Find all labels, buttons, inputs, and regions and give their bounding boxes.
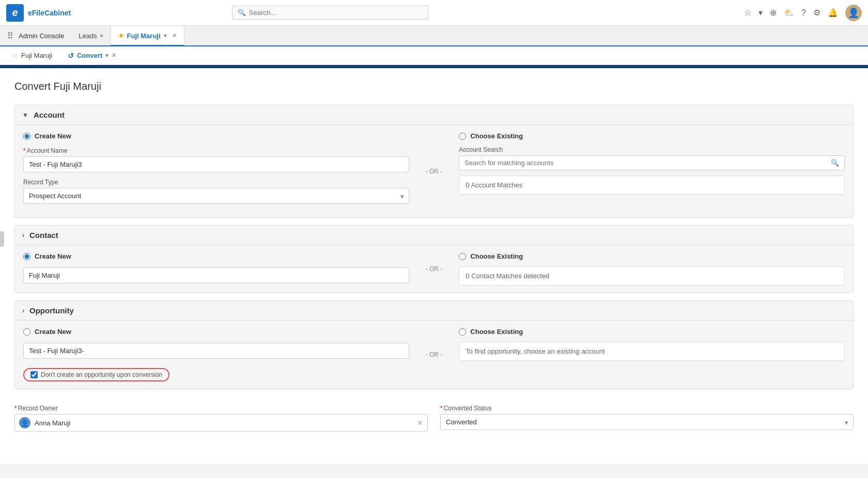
gear-nav-icon[interactable]: ⚙ [813, 8, 820, 18]
account-choose-existing-radio[interactable]: Choose Existing [459, 132, 845, 140]
account-create-new-radio[interactable]: Create New [23, 132, 409, 140]
tab-admin-console[interactable]: ⠿ Admin Console [0, 31, 71, 41]
contact-section-header[interactable]: › Contact [15, 226, 853, 245]
contact-create-new-radio[interactable]: Create New [23, 252, 409, 260]
global-search[interactable]: 🔍 [232, 6, 428, 20]
admin-console-label: Admin Console [19, 32, 64, 40]
main-content: Convert Fuji Maruji ▼ Account Create New… [0, 68, 868, 464]
account-section-body: Create New *Account Name Record Type Pro… [15, 125, 853, 217]
tab-close-icon[interactable]: ✕ [172, 33, 177, 39]
record-type-select-wrapper: Prospect Account ▾ [23, 188, 409, 204]
contact-section-body: Create New - OR - Choose Existing 0 Cont… [15, 245, 853, 293]
subtab-convert[interactable]: ↺ Convert ▾ ✕ [60, 46, 123, 65]
no-create-opportunity-wrapper[interactable]: Don't create an opportunity upon convers… [23, 368, 169, 381]
record-owner-label: *Record Owner [14, 405, 428, 412]
opportunity-section: › Opportunity Create New Don't create an… [14, 300, 854, 389]
contact-create-new-area: Create New [15, 245, 417, 293]
convert-icon: ↺ [68, 52, 74, 60]
tab-fuji-maruji[interactable]: ★ Fuji Maruji ▾ ✕ [111, 26, 184, 46]
contact-section: › Contact Create New - OR - Choose Exist… [14, 225, 854, 293]
leads-dropdown-icon[interactable]: ▾ [100, 33, 103, 39]
account-choose-radio-input[interactable] [459, 133, 466, 140]
opportunity-create-new-radio[interactable]: Create New [23, 328, 409, 336]
record-type-select[interactable]: Prospect Account [23, 188, 409, 204]
account-section-header[interactable]: ▼ Account [15, 105, 853, 125]
app-logo[interactable]: e [6, 4, 24, 22]
account-choose-existing-area: Choose Existing Account Search 🔍 0 Accou… [451, 125, 853, 217]
contact-chevron-icon: › [22, 232, 24, 239]
owner-clear-button[interactable]: ✕ [417, 419, 423, 427]
account-matches-text: 0 Account Matches [466, 181, 522, 189]
account-create-new-area: Create New *Account Name Record Type Pro… [15, 125, 417, 217]
convert-dropdown-icon[interactable]: ▾ [105, 52, 109, 59]
cloud-nav-icon[interactable]: ⛅ [784, 8, 794, 18]
contact-create-radio-input[interactable] [23, 253, 30, 260]
search-icon: 🔍 [238, 9, 246, 17]
active-tab-label: Fuji Maruji [127, 32, 161, 40]
record-owner-field: *Record Owner 👤 Anna Maruji ✕ [14, 405, 428, 432]
opportunity-section-body: Create New Don't create an opportunity u… [15, 321, 853, 389]
account-section: ▼ Account Create New *Account Name Recor… [14, 105, 854, 218]
convert-close-icon[interactable]: ✕ [112, 52, 116, 59]
opportunity-create-radio-input[interactable] [23, 328, 30, 336]
tab-leads[interactable]: Leads ▾ [71, 26, 111, 45]
contact-matches-box: 0 Contact Matches detected [459, 266, 845, 285]
tab-dropdown-icon[interactable]: ▾ [164, 33, 167, 39]
no-create-opportunity-checkbox[interactable] [30, 371, 38, 378]
opportunity-section-label: Opportunity [29, 306, 74, 315]
tab-star-icon: ★ [118, 32, 124, 39]
contact-choose-existing-label: Choose Existing [470, 252, 523, 260]
converted-status-select[interactable]: Converted Not Converted [440, 414, 854, 430]
contact-choose-radio-input[interactable] [459, 253, 466, 260]
opportunity-name-input[interactable] [23, 343, 409, 359]
no-create-opportunity-row: Don't create an opportunity upon convers… [23, 368, 409, 381]
account-name-field: *Account Name [23, 147, 409, 172]
account-section-label: Account [34, 110, 65, 119]
converted-status-select-wrapper: Converted Not Converted ▾ [440, 414, 854, 430]
no-create-opportunity-label: Don't create an opportunity upon convers… [41, 371, 162, 378]
owner-input-wrapper[interactable]: 👤 Anna Maruji ✕ [14, 414, 428, 432]
app-name: eFileCabinet [28, 9, 71, 17]
subtab-fuji-maruji[interactable]: ☆ Fuji Maruji [6, 46, 58, 65]
account-name-label: *Account Name [23, 147, 409, 154]
owner-avatar: 👤 [19, 417, 30, 428]
leads-tab-label: Leads [79, 32, 97, 40]
contact-choose-existing-radio[interactable]: Choose Existing [459, 252, 845, 260]
nav-icons: ☆ ▾ ⊕ ⛅ ? ⚙ 🔔 👤 [744, 5, 862, 21]
bell-nav-icon[interactable]: 🔔 [828, 8, 838, 18]
convert-label: Convert [77, 52, 102, 59]
help-nav-icon[interactable]: ? [801, 8, 806, 18]
account-name-input[interactable] [23, 156, 409, 172]
opportunity-section-header[interactable]: › Opportunity [15, 301, 853, 321]
account-create-radio-input[interactable] [23, 133, 30, 140]
search-input[interactable] [249, 9, 423, 17]
plus-nav-icon[interactable]: ⊕ [770, 8, 777, 18]
logo-area: e eFileCabinet [6, 4, 71, 22]
contact-choose-existing-area: Choose Existing 0 Contact Matches detect… [451, 245, 853, 293]
dropdown-nav-icon[interactable]: ▾ [758, 8, 763, 18]
record-type-label: Record Type [23, 179, 409, 186]
account-search-field[interactable]: 🔍 [459, 155, 845, 170]
contact-section-label: Contact [29, 231, 58, 240]
opportunity-create-new-label: Create New [35, 328, 71, 336]
opportunity-choose-existing-radio[interactable]: Choose Existing [459, 328, 845, 336]
opportunity-chevron-icon: › [22, 307, 24, 314]
opportunity-or-divider: - OR - [417, 321, 451, 389]
contact-or-divider: - OR - [417, 245, 451, 293]
tab-bar: ⠿ Admin Console Leads ▾ ★ Fuji Maruji ▾ … [0, 26, 868, 46]
opportunity-choose-existing-area: Choose Existing To find opportunity, cho… [451, 321, 853, 389]
account-choose-existing-label: Choose Existing [470, 132, 523, 140]
page-title: Convert Fuji Maruji [14, 81, 854, 92]
opportunity-find-text-box: To find opportunity, choose an existing … [459, 342, 845, 361]
opportunity-choose-radio-input[interactable] [459, 328, 466, 336]
top-nav: e eFileCabinet 🔍 ☆ ▾ ⊕ ⛅ ? ⚙ 🔔 👤 [0, 0, 868, 26]
contact-name-input[interactable] [23, 267, 409, 283]
grid-icon[interactable]: ⠿ [7, 31, 13, 41]
user-avatar[interactable]: 👤 [845, 5, 862, 21]
star-nav-icon[interactable]: ☆ [744, 8, 751, 18]
subtab-fuji-label: Fuji Maruji [21, 52, 52, 59]
left-edge-handle[interactable] [0, 231, 4, 247]
record-type-field: Record Type Prospect Account ▾ [23, 179, 409, 204]
sub-tab-bar: ☆ Fuji Maruji ↺ Convert ▾ ✕ [0, 46, 868, 65]
account-search-input[interactable] [464, 159, 828, 167]
